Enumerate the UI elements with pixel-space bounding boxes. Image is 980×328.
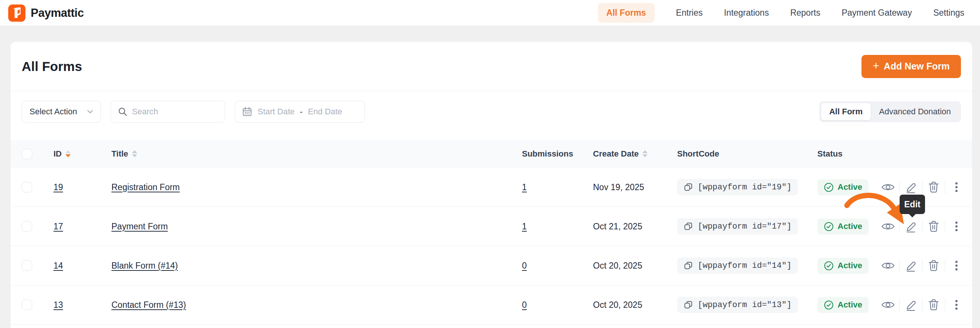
delete-icon[interactable] [927,220,940,233]
header-create-date-label: Create Date [593,149,639,159]
delete-icon[interactable] [927,298,940,312]
row-actions [876,298,972,312]
submissions-link[interactable]: 1 [522,222,527,231]
search-field[interactable] [111,101,225,122]
row-checkbox[interactable] [22,221,32,231]
more-options-icon[interactable] [950,259,963,273]
shortcode-text: [wppayform id="13"] [698,300,792,310]
toggle-advanced-donation[interactable]: Advanced Donation [871,103,959,120]
check-circle-icon [824,182,834,192]
nav-item-payment-gateway[interactable]: Payment Gateway [842,8,912,18]
row-actions [876,220,972,233]
sort-create-date-icon[interactable] [643,150,648,157]
check-circle-icon [824,300,834,310]
select-all-checkbox[interactable] [22,149,32,159]
sort-title-icon[interactable] [132,150,137,157]
row-checkbox[interactable] [22,299,32,310]
submissions-link[interactable]: 1 [522,182,527,192]
edit-icon[interactable] [904,298,918,312]
form-id-link[interactable]: 14 [54,261,63,271]
form-id-link[interactable]: 19 [54,182,63,192]
add-new-form-button[interactable]: + Add New Form [861,55,961,78]
header-submissions: Submissions [515,149,586,159]
action-divider [922,298,923,311]
submissions-link[interactable]: 0 [522,261,527,271]
action-divider [922,259,923,272]
form-title-link[interactable]: Registration Form [111,182,180,192]
form-title-link[interactable]: Blank Form (#14) [111,261,178,271]
edit-tooltip: Edit [900,195,925,214]
edit-icon[interactable] [904,259,918,273]
date-range-picker[interactable]: Start Date - End Date [235,101,365,122]
view-icon[interactable] [881,298,895,312]
more-options-icon[interactable] [950,298,963,312]
edit-icon[interactable] [904,220,918,233]
row-checkbox-cell [11,182,44,192]
action-divider [945,298,945,311]
status-badge: Active [817,297,869,313]
nav-item-settings[interactable]: Settings [933,8,964,18]
nav-item-reports[interactable]: Reports [790,8,820,18]
action-divider [922,220,923,233]
table-row: 19 Registration Form 1 Nov 19, 2025 [wpp… [11,168,972,207]
table-row: 13 Contact Form (#13) 0 Oct 20, 2025 [wp… [11,285,972,325]
status-label: Active [838,300,862,310]
brand-logo[interactable]: Paymattic [8,5,84,22]
plus-icon: + [873,60,880,71]
delete-icon[interactable] [927,181,940,194]
row-checkbox-cell [11,221,44,231]
more-options-icon[interactable] [950,181,963,194]
toggle-all-form[interactable]: All Form [821,103,871,120]
view-icon[interactable] [881,220,895,233]
form-id-link[interactable]: 17 [54,222,63,231]
copy-icon[interactable] [684,222,693,231]
table-row: 14 Blank Form (#14) 0 Oct 20, 2025 [wppa… [11,246,972,285]
action-divider [945,220,945,233]
create-date-cell: Nov 19, 2025 [586,182,670,192]
header-id-label: ID [54,149,62,159]
brand-name: Paymattic [31,6,84,20]
view-icon[interactable] [881,259,895,273]
create-date-cell: Oct 20, 2025 [586,261,670,271]
delete-icon[interactable] [927,259,940,273]
action-divider [945,181,945,193]
action-divider [899,298,900,311]
end-date-placeholder: End Date [308,107,342,117]
shortcode-chip[interactable]: [wppayform id="19"] [677,179,798,195]
status-badge: Active [817,179,869,195]
submissions-link[interactable]: 0 [522,300,527,310]
nav-item-entries[interactable]: Entries [676,8,703,18]
sort-id-icon[interactable] [65,150,71,157]
copy-icon[interactable] [684,182,693,192]
view-icon[interactable] [881,181,895,194]
shortcode-chip[interactable]: [wppayform id="13"] [677,296,798,313]
edit-icon[interactable] [904,181,918,194]
add-new-form-label: Add New Form [884,61,950,72]
form-title-link[interactable]: Contact Form (#13) [111,300,186,310]
status-badge: Active [817,219,869,235]
form-id-link[interactable]: 13 [54,300,63,310]
header-title-label: Title [111,149,128,159]
status-label: Active [838,182,862,192]
shortcode-text: [wppayform id="17"] [698,222,792,231]
page-title: All Forms [22,59,82,74]
row-checkbox[interactable] [22,260,32,271]
form-type-toggle: All Form Advanced Donation [819,101,961,122]
header-id: ID [44,149,101,159]
form-title-link[interactable]: Payment Form [111,222,168,231]
search-input[interactable] [132,107,207,117]
header-status: Status [811,149,876,159]
nav-item-all-forms[interactable]: All Forms [598,3,655,23]
status-badge: Active [817,258,869,274]
row-checkbox[interactable] [22,182,32,192]
shortcode-chip[interactable]: [wppayform id="17"] [677,218,798,235]
shortcode-chip[interactable]: [wppayform id="14"] [677,257,798,274]
copy-icon[interactable] [684,300,693,310]
status-label: Active [838,261,862,271]
nav-item-integrations[interactable]: Integrations [724,8,769,18]
search-icon [118,107,127,117]
copy-icon[interactable] [684,261,693,271]
select-action-dropdown[interactable]: Select Action [22,101,101,122]
main-nav: All Forms Entries Integrations Reports P… [598,3,964,23]
more-options-icon[interactable] [950,220,963,233]
